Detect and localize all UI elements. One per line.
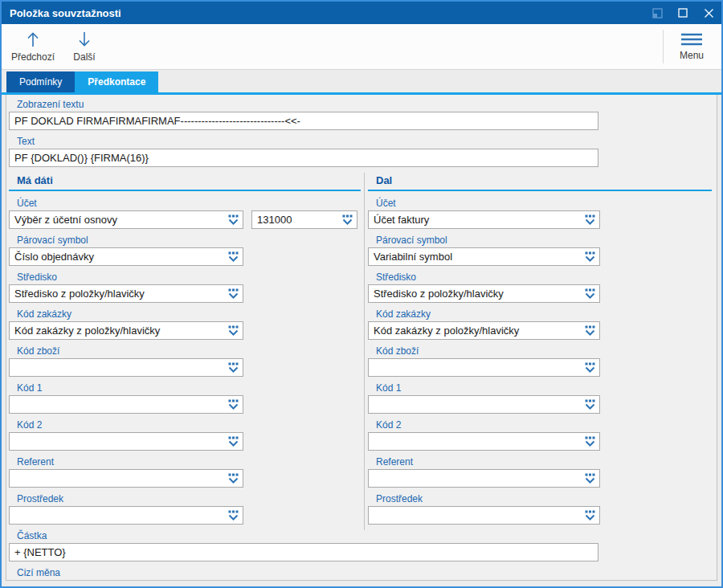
dropdown-icon[interactable] (228, 325, 239, 337)
dal-parovaci-symbol-label: Párovací symbol (376, 235, 717, 246)
dal-stredisko-value: Středisko z položky/hlavičky (369, 288, 599, 300)
md-referent-combo[interactable] (9, 469, 243, 488)
dal-parovaci-symbol-combo[interactable]: Variabilní symbol (368, 247, 600, 266)
dropdown-icon[interactable] (228, 288, 239, 300)
next-button[interactable]: Další (59, 24, 109, 69)
debit-credit-columns: Má dáti Účet Výběr z účetní osnovy 13100… (9, 173, 717, 530)
tab-predkontace[interactable]: Předkontace (75, 71, 158, 92)
md-kod-zbozi-combo[interactable] (9, 358, 243, 377)
field-md-kod-zbozi: Kód zboží (9, 345, 364, 377)
field-md-stredisko: Středisko Středisko z položky/hlavičky (9, 272, 364, 303)
dal-ucet-combo[interactable]: Účet faktury (368, 210, 600, 229)
md-ucet-value: Výběr z účetní osnovy (10, 214, 243, 226)
dropdown-icon[interactable] (585, 510, 595, 521)
text-label: Text (17, 136, 717, 147)
field-dal-kod-1: Kód 1 (368, 382, 717, 414)
md-parovaci-symbol-label: Párovací symbol (17, 235, 364, 246)
dropdown-icon[interactable] (228, 436, 239, 447)
dal-kod-zakazky-value: Kód zakázky z položky/hlavičky (369, 325, 599, 337)
window-controls (651, 6, 715, 19)
md-stredisko-label: Středisko (17, 272, 364, 283)
field-md-kod-2: Kód 2 (9, 419, 364, 451)
cizi-mena-combo[interactable] (9, 580, 243, 581)
dropdown-icon[interactable] (585, 362, 595, 374)
dal-kod-zakazky-combo[interactable]: Kód zakázky z položky/hlavičky (368, 321, 600, 340)
menu-button-label: Menu (680, 50, 704, 61)
field-dal-kod-zakazky: Kód zakázky Kód zakázky z položky/hlavič… (368, 308, 717, 340)
md-kod-zbozi-label: Kód zboží (17, 345, 364, 357)
md-kod-1-combo[interactable] (9, 395, 243, 414)
dal-kod-2-label: Kód 2 (376, 419, 717, 431)
dal-kod-1-combo[interactable] (368, 395, 600, 414)
field-dal-referent: Referent (368, 456, 717, 488)
md-kod-2-label: Kód 2 (17, 419, 364, 431)
arrow-up-icon (26, 31, 40, 48)
md-kod-1-label: Kód 1 (17, 382, 364, 394)
menu-button[interactable]: Menu (667, 24, 717, 69)
field-md-prostredek: Prostředek (9, 493, 364, 525)
md-stredisko-combo[interactable]: Středisko z položky/hlavičky (9, 284, 243, 303)
dal-ucet-value: Účet faktury (369, 214, 599, 226)
md-kod-2-combo[interactable] (9, 432, 243, 451)
field-md-referent: Referent (9, 456, 364, 488)
dropdown-icon[interactable] (228, 510, 239, 521)
dal-column: Dal Účet Účet faktury Párovací symbol Va… (364, 173, 717, 530)
md-kod-zakazky-value: Kód zakázky z položky/hlavičky (10, 325, 243, 337)
dropdown-icon[interactable] (585, 214, 595, 226)
dropdown-icon[interactable] (228, 214, 239, 226)
dal-stredisko-label: Středisko (376, 272, 717, 283)
dal-kod-2-combo[interactable] (368, 432, 600, 451)
dropdown-icon[interactable] (228, 399, 239, 410)
dal-referent-combo[interactable] (368, 469, 600, 488)
dal-stredisko-combo[interactable]: Středisko z položky/hlavičky (368, 284, 600, 303)
ma-dati-column: Má dáti Účet Výběr z účetní osnovy 13100… (9, 173, 364, 530)
dropdown-icon[interactable] (585, 288, 595, 300)
md-kod-zakazky-combo[interactable]: Kód zakázky z položky/hlavičky (9, 321, 243, 340)
zobrazeni-textu-label: Zobrazení textu (17, 99, 717, 110)
dock-icon[interactable] (651, 6, 664, 19)
md-referent-label: Referent (17, 456, 364, 468)
md-prostredek-combo[interactable] (9, 506, 243, 525)
field-md-ucet: Účet Výběr z účetní osnovy 131000 (9, 198, 364, 229)
previous-button[interactable]: Předchozí (6, 24, 59, 69)
dropdown-icon[interactable] (228, 362, 239, 374)
castka-label: Částka (17, 530, 717, 541)
tab-content-panel: Zobrazení textu PF DOKLAD FIRMAFIRMAFIRM… (6, 95, 717, 581)
field-text: Text PF {DOKLAD()} {FIRMA(16)} (9, 136, 717, 167)
dal-prostredek-label: Prostředek (376, 493, 717, 504)
md-ucet-combo[interactable]: Výběr z účetní osnovy (9, 210, 243, 229)
dropdown-icon[interactable] (585, 436, 595, 447)
md-ucet-label: Účet (17, 198, 364, 209)
zobrazeni-textu-input[interactable]: PF DOKLAD FIRMAFIRMAFIRMAF--------------… (9, 112, 598, 130)
dropdown-icon[interactable] (585, 325, 595, 337)
md-stredisko-value: Středisko z položky/hlavičky (10, 288, 243, 300)
titlebar: Položka souvztažnosti (2, 2, 721, 24)
field-dal-parovaci-symbol: Párovací symbol Variabilní symbol (368, 235, 717, 266)
md-ucet-number-combo[interactable]: 131000 (251, 210, 357, 229)
dal-header: Dal (376, 174, 717, 187)
dal-kod-zbozi-combo[interactable] (368, 358, 600, 377)
arrow-down-icon (77, 31, 92, 48)
md-ucet-number-value: 131000 (252, 214, 357, 226)
dal-ucet-label: Účet (376, 198, 717, 209)
field-md-kod-zakazky: Kód zakázky Kód zakázky z položky/hlavič… (9, 308, 364, 340)
dialog-window: Položka souvztažnosti (0, 0, 723, 588)
dal-parovaci-symbol-value: Variabilní symbol (369, 251, 599, 263)
dropdown-icon[interactable] (585, 399, 595, 410)
dropdown-icon[interactable] (228, 473, 239, 484)
dropdown-icon[interactable] (585, 473, 595, 484)
md-parovaci-symbol-combo[interactable]: Číslo objednávky (9, 247, 243, 266)
maximize-icon[interactable] (676, 6, 689, 19)
close-icon[interactable] (702, 6, 715, 19)
tab-podminky[interactable]: Podmínky (6, 71, 75, 92)
castka-input[interactable]: + {NETTO} (9, 543, 598, 561)
window-title: Položka souvztažnosti (10, 7, 651, 19)
dropdown-icon[interactable] (228, 251, 239, 263)
dal-kod-1-label: Kód 1 (376, 382, 717, 394)
dal-prostredek-combo[interactable] (368, 506, 600, 525)
dropdown-icon[interactable] (342, 214, 353, 226)
text-input[interactable]: PF {DOKLAD()} {FIRMA(16)} (9, 149, 598, 167)
hamburger-icon (680, 32, 703, 47)
field-zobrazeni-textu: Zobrazení textu PF DOKLAD FIRMAFIRMAFIRM… (9, 99, 717, 130)
dropdown-icon[interactable] (585, 251, 595, 263)
